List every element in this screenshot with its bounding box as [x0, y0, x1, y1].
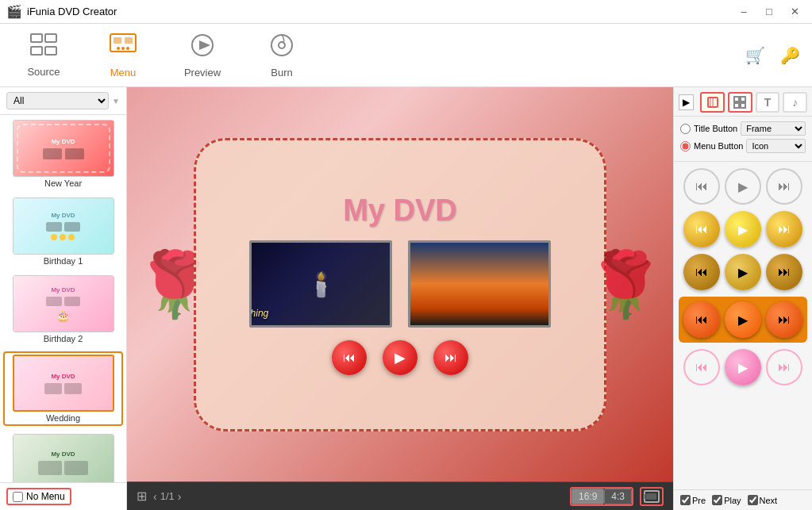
btn-play-pink[interactable]: ▶	[725, 349, 761, 385]
no-menu-container: No Menu	[6, 488, 71, 505]
maximize-button[interactable]: □	[758, 4, 780, 20]
btn-next-yellow[interactable]: ⏭	[766, 211, 802, 247]
category-select[interactable]: All New Year Birthday Wedding	[6, 92, 109, 109]
btn-play-orange[interactable]: ▶	[725, 301, 761, 338]
pre-checkbox-label[interactable]: Pre	[680, 495, 706, 505]
tab-grid[interactable]	[728, 92, 752, 113]
next-button[interactable]: ⏭	[433, 340, 468, 375]
title-button-label[interactable]: Title Button	[694, 124, 737, 133]
preview-icon	[188, 33, 217, 63]
preview-background: My DVD 🕯️ Wishing	[127, 87, 673, 481]
menu-button-label[interactable]: Menu Button	[694, 141, 743, 151]
page-nav: ‹ 1/1 ›	[153, 490, 181, 503]
control-row: ⏮ ▶ ⏭	[332, 340, 468, 375]
btn-prev-gold[interactable]: ⏮	[683, 254, 720, 290]
btn-prev-yellow[interactable]: ⏮	[683, 211, 720, 247]
pre-checkbox[interactable]	[680, 495, 691, 505]
sidebar-item-5[interactable]: My DVD	[3, 432, 123, 482]
next-page-button[interactable]: ›	[178, 490, 182, 503]
svg-rect-15	[647, 493, 656, 500]
collapse-button[interactable]: ▶	[679, 94, 694, 110]
sidebar-item-newyear[interactable]: My DVD New Year	[3, 118, 123, 190]
tab-text[interactable]: T	[756, 92, 780, 113]
toolbar-preview[interactable]: Preview	[167, 28, 238, 83]
svg-rect-19	[734, 97, 739, 102]
source-label: Source	[27, 66, 60, 78]
next-checkbox[interactable]	[748, 495, 758, 505]
btn-prev-pink[interactable]: ⏮	[683, 349, 720, 385]
app-title: iFunia DVD Creator	[27, 6, 117, 17]
prev-page-button[interactable]: ‹	[153, 490, 157, 503]
right-options: Title Button Frame Style 1 Menu Button I…	[674, 117, 812, 162]
video-thumb-1[interactable]: 🕯️ Wishing	[249, 240, 392, 328]
title-button-radio[interactable]	[680, 124, 691, 134]
btn-play-yellow[interactable]: ▶	[725, 211, 761, 247]
svg-rect-6	[125, 37, 133, 44]
item5-thumb: My DVD	[13, 434, 114, 482]
toolbar-burn[interactable]: Burn	[246, 28, 317, 83]
birthday2-label: Birthday 2	[44, 334, 83, 343]
btn-prev-orange[interactable]: ⏮	[683, 301, 720, 338]
btn-play-outline[interactable]: ▶	[725, 168, 761, 205]
svg-rect-0	[31, 34, 42, 42]
svg-point-7	[117, 47, 120, 50]
button-grid: ⏮ ▶ ⏭ ⏮ ▶ ⏭ ⏮ ▶ ⏭ ⏮ ▶ ⏭	[674, 162, 812, 489]
sidebar-item-birthday2[interactable]: My DVD 🎂 Birthday 2	[3, 274, 123, 345]
toolbar-source[interactable]: Source	[8, 28, 79, 83]
btn-prev-outline[interactable]: ⏮	[683, 168, 720, 205]
svg-rect-21	[734, 103, 739, 108]
svg-rect-5	[114, 37, 121, 44]
sidebar-list: My DVD New Year My DVD	[0, 115, 126, 482]
no-menu-checkbox[interactable]	[13, 492, 23, 502]
toolbar: Source Menu Preview Burn 🛒 🔑	[0, 24, 812, 87]
burn-label: Burn	[271, 67, 292, 79]
tab-brush[interactable]	[700, 92, 725, 113]
ratio-16-9-button[interactable]: 16:9	[571, 489, 604, 504]
right-panel: ▶ T ♪ Title Button Frame Style 1 Menu	[673, 87, 812, 510]
source-icon	[29, 33, 58, 63]
sidebar-footer: No Menu	[0, 482, 126, 510]
btn-row-3: ⏮ ▶ ⏭	[679, 254, 807, 290]
sidebar-item-wedding[interactable]: My DVD Wedding	[3, 351, 123, 426]
minimize-button[interactable]: –	[733, 4, 755, 20]
no-menu-label[interactable]: No Menu	[26, 491, 65, 502]
toolbar-menu[interactable]: Menu	[87, 28, 159, 83]
sidebar-header: All New Year Birthday Wedding ▼	[0, 87, 126, 115]
svg-point-8	[121, 47, 125, 50]
next-checkbox-label[interactable]: Next	[748, 495, 778, 505]
next-label: Next	[760, 496, 778, 505]
prev-button[interactable]: ⏮	[332, 340, 367, 375]
main-area: All New Year Birthday Wedding ▼ My DVD	[0, 87, 812, 510]
menu-button-select[interactable]: Icon Style 1	[746, 139, 806, 153]
play-button[interactable]: ▶	[383, 340, 418, 375]
tab-music[interactable]: ♪	[783, 92, 807, 113]
menu-label: Menu	[110, 67, 137, 79]
sidebar-item-birthday1[interactable]: My DVD Birthda	[3, 196, 123, 267]
btn-next-outline[interactable]: ⏭	[766, 168, 802, 205]
btn-next-gold[interactable]: ⏭	[766, 254, 802, 290]
aspect-ratio-group: 16:9 4:3	[570, 487, 633, 506]
title-button-select[interactable]: Frame Style 1	[741, 121, 806, 136]
close-button[interactable]: ✕	[783, 4, 806, 20]
menu-button-radio[interactable]	[680, 141, 691, 151]
wedding-thumb: My DVD	[13, 355, 114, 412]
aspect-icon[interactable]	[640, 487, 664, 506]
btn-next-pink[interactable]: ⏭	[766, 349, 802, 385]
svg-rect-1	[45, 34, 56, 42]
birthday2-thumb: My DVD 🎂	[13, 275, 114, 332]
video-thumb-2[interactable]	[408, 240, 551, 328]
play-checkbox[interactable]	[712, 495, 722, 505]
ratio-4-3-button[interactable]: 4:3	[604, 489, 632, 504]
right-panel-tabs: ▶ T ♪	[674, 87, 812, 117]
wedding-label: Wedding	[46, 413, 80, 423]
cart-button[interactable]: 🛒	[741, 41, 769, 70]
key-button[interactable]: 🔑	[775, 41, 804, 70]
right-footer: Pre Play Next	[674, 489, 812, 510]
preview-label: Preview	[184, 67, 221, 79]
fit-screen-icon[interactable]: ⊞	[137, 489, 147, 504]
btn-next-orange[interactable]: ⏭	[766, 301, 802, 338]
btn-row-1: ⏮ ▶ ⏭	[679, 168, 807, 205]
play-checkbox-label[interactable]: Play	[712, 495, 741, 505]
btn-play-gold[interactable]: ▶	[725, 254, 761, 290]
center-area: My DVD 🕯️ Wishing	[127, 87, 673, 510]
